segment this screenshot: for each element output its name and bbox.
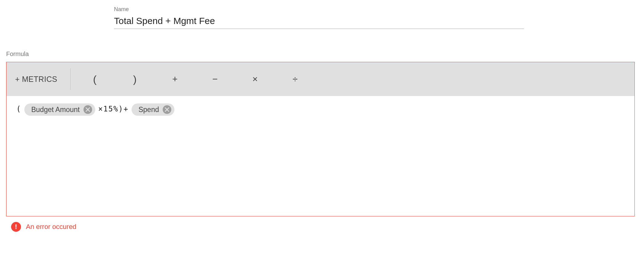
metric-chip-budget-amount[interactable]: Budget Amount [24, 103, 95, 116]
remove-chip-icon[interactable] [163, 105, 171, 114]
close-paren-button[interactable]: ) [115, 70, 155, 88]
chip-label: Spend [138, 106, 159, 114]
name-label: Name [114, 6, 524, 13]
toolbar-divider [70, 68, 71, 90]
name-input[interactable] [114, 14, 524, 29]
metric-chip-spend[interactable]: Spend [132, 103, 174, 116]
close-icon [165, 107, 169, 112]
plus-button[interactable]: + [155, 70, 195, 88]
formula-toolbar: + METRICS ( ) + − × ÷ [6, 62, 634, 96]
formula-editor[interactable]: ( Budget Amount ×15%)+ Spend [6, 96, 634, 216]
remove-chip-icon[interactable] [84, 105, 92, 114]
minus-button[interactable]: − [195, 70, 235, 88]
token-open-paren: ( [16, 103, 22, 114]
name-field-section: Name [114, 6, 524, 29]
error-message-row: ! An error occured [6, 222, 638, 232]
formula-label: Formula [6, 50, 638, 58]
chip-label: Budget Amount [31, 106, 79, 114]
error-icon: ! [11, 222, 21, 232]
multiply-button[interactable]: × [235, 70, 275, 88]
open-paren-button[interactable]: ( [75, 70, 115, 88]
add-metrics-button[interactable]: + METRICS [12, 70, 66, 88]
divide-button[interactable]: ÷ [275, 70, 315, 88]
close-icon [86, 107, 90, 112]
error-text: An error occured [26, 223, 76, 231]
token-ops: ×15%)+ [98, 103, 129, 114]
formula-box: + METRICS ( ) + − × ÷ ( Budget Amount ×1… [6, 62, 635, 216]
